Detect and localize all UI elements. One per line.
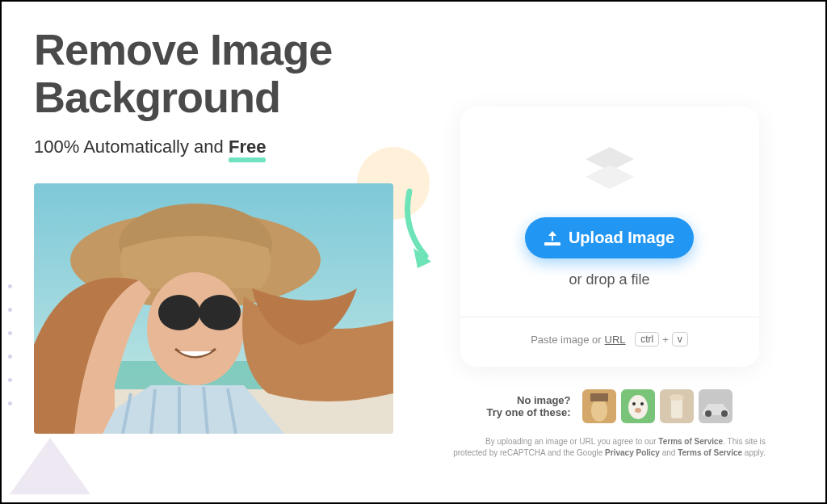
drop-file-text: or drop a file (485, 271, 735, 288)
free-badge: Free (229, 136, 266, 158)
svg-point-21 (640, 402, 644, 405)
svg-point-16 (591, 399, 607, 422)
paste-hint: Paste image or URL ctrl + v (485, 332, 735, 346)
sample-images-row: No image? Try one of these: (486, 389, 732, 423)
key-ctrl: ctrl (635, 332, 659, 346)
svg-point-28 (721, 410, 728, 417)
card-divider (460, 317, 759, 317)
sample-thumb-4[interactable] (699, 389, 733, 423)
upload-image-button[interactable]: Upload Image (525, 217, 694, 258)
key-v: v (672, 332, 688, 346)
svg-point-25 (670, 394, 684, 401)
terms-link[interactable]: Terms of Service (658, 437, 723, 446)
samples-prompt: No image? Try one of these: (486, 394, 570, 418)
page-subtitle: 100% Automatically and Free (34, 136, 393, 158)
svg-point-5 (147, 272, 244, 385)
sample-thumb-3[interactable] (660, 389, 694, 423)
hero-sample-image (34, 183, 393, 434)
svg-rect-8 (197, 309, 205, 313)
sample-thumb-2[interactable] (621, 389, 655, 423)
privacy-link[interactable]: Privacy Policy (605, 448, 660, 457)
svg-point-27 (705, 410, 712, 417)
svg-rect-14 (544, 242, 560, 246)
paste-url-link[interactable]: URL (605, 334, 626, 346)
svg-point-6 (158, 295, 200, 330)
layers-icon (485, 147, 735, 195)
svg-rect-17 (590, 393, 608, 401)
upload-button-label: Upload Image (569, 229, 674, 247)
arrow-icon (397, 187, 470, 276)
upload-icon (544, 231, 560, 246)
page-title: Remove Image Background (34, 26, 393, 122)
svg-point-22 (635, 408, 641, 413)
legal-text: By uploading an image or URL you agree t… (453, 436, 766, 459)
terms-link-2[interactable]: Terms of Service (678, 448, 742, 457)
upload-card[interactable]: Upload Image or drop a file Paste image … (460, 107, 759, 367)
svg-point-20 (632, 402, 636, 405)
decorative-triangle (10, 438, 90, 494)
svg-point-19 (628, 395, 648, 419)
decorative-dots (8, 276, 20, 417)
sample-thumb-1[interactable] (582, 389, 616, 423)
